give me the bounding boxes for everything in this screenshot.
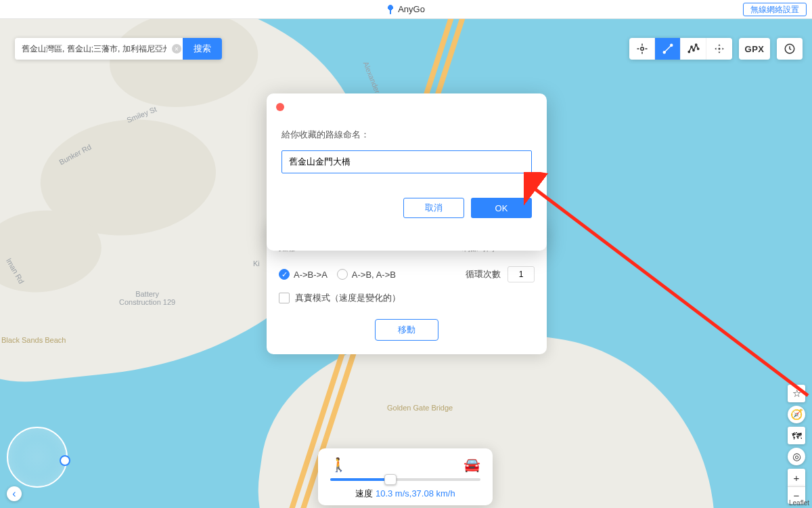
speed-label: 速度 [355, 488, 373, 499]
loop-count-label: 循環次數 [466, 268, 501, 280]
svg-point-7 [697, 48, 698, 49]
center-button[interactable]: ◎ [788, 448, 805, 465]
leaflet-attribution: Leaflet [789, 499, 809, 507]
side-controls: ☆ 🧭 🗺 ◎ + − [788, 385, 805, 504]
clock-icon [784, 43, 796, 55]
speed-slider-knob[interactable] [384, 474, 397, 485]
speed-value: 10.3 m/s,37.08 km/h [376, 488, 455, 499]
search-clear-icon[interactable]: × [172, 44, 181, 54]
loop-count-input[interactable] [508, 266, 535, 282]
speed-panel: 🚶 🚘 速度 10.3 m/s,37.08 km/h [318, 448, 493, 505]
save-route-modal: 給你收藏的路線命名： 取消 OK [267, 93, 547, 251]
joystick-move-button[interactable] [706, 38, 732, 60]
multi-point-route-icon [687, 43, 700, 55]
compass-button[interactable]: 🧭 [788, 406, 805, 423]
map-canvas[interactable]: Smiley St Bunker Rd Battery Construction… [0, 19, 812, 508]
app-title: AnyGo [398, 4, 425, 14]
svg-point-3 [688, 51, 690, 52]
two-point-route-icon [662, 43, 674, 55]
search-input[interactable] [15, 38, 183, 60]
crosshair-icon [636, 43, 648, 55]
svg-point-6 [695, 44, 696, 45]
svg-point-5 [692, 49, 694, 51]
realistic-mode-label: 真實模式（速度是變化的） [295, 292, 401, 304]
realistic-mode-checkbox[interactable] [279, 293, 290, 303]
radio-abab[interactable] [337, 269, 348, 280]
ok-button[interactable]: OK [471, 198, 532, 218]
walk-icon: 🚶 [330, 457, 347, 473]
move-arrows-icon [713, 43, 725, 55]
back-button[interactable]: ‹ [7, 486, 22, 501]
svg-point-8 [719, 48, 721, 50]
search-bar: × 搜索 [15, 38, 222, 60]
map-icon: 🗺 [792, 430, 802, 442]
app-pin-icon [387, 5, 394, 14]
titlebar: AnyGo 無線網絡設置 [0, 0, 812, 19]
multi-point-route-button[interactable] [681, 38, 706, 60]
modal-prompt: 給你收藏的路線命名： [281, 129, 532, 141]
favorite-button[interactable]: ☆ [788, 385, 805, 402]
speed-slider[interactable] [330, 478, 480, 481]
joystick-compass[interactable] [7, 427, 68, 488]
compass-icon: 🧭 [790, 408, 803, 421]
history-button[interactable] [777, 38, 803, 60]
top-right-toolbar: GPX [629, 38, 803, 60]
svg-point-0 [640, 47, 644, 51]
plus-icon: + [794, 472, 800, 484]
route-name-input[interactable] [281, 150, 532, 173]
wifi-settings-button[interactable]: 無線網絡設置 [743, 3, 807, 16]
car-icon: 🚘 [464, 457, 480, 473]
gpx-button[interactable]: GPX [739, 38, 770, 60]
center-location-button[interactable] [629, 38, 655, 60]
option-aba[interactable]: A->B->A [279, 269, 328, 280]
target-icon: ◎ [792, 450, 801, 463]
map-layers-button[interactable]: 🗺 [788, 427, 805, 444]
zoom-in-button[interactable]: + [788, 469, 805, 486]
chevron-left-icon: ‹ [12, 488, 16, 500]
move-button[interactable]: 移動 [375, 319, 438, 341]
svg-point-4 [690, 46, 692, 47]
modal-close-button[interactable] [276, 103, 284, 111]
radio-aba[interactable] [279, 269, 290, 280]
option-abab[interactable]: A->B, A->B [337, 269, 396, 280]
search-button[interactable]: 搜索 [183, 38, 222, 60]
star-icon: ☆ [792, 387, 801, 400]
two-point-route-button[interactable] [655, 38, 681, 60]
cancel-button[interactable]: 取消 [403, 198, 464, 218]
